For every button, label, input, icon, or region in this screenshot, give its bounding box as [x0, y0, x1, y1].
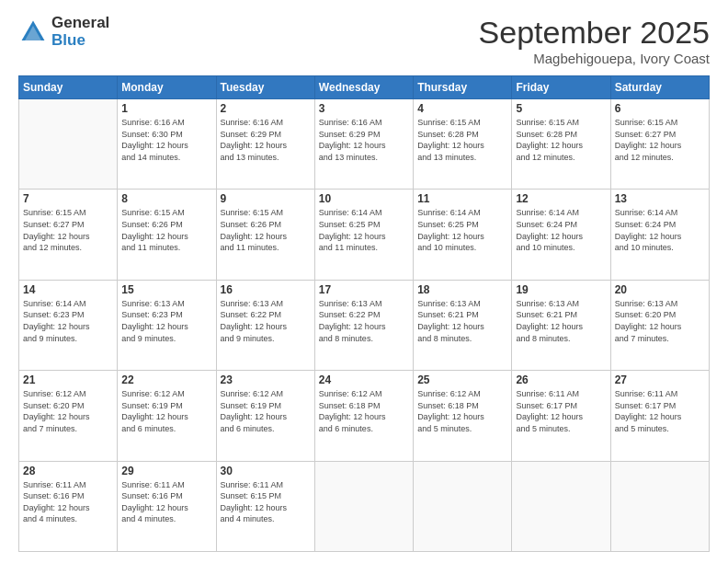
calendar-cell: 16Sunrise: 6:13 AM Sunset: 6:22 PM Dayli… — [216, 280, 314, 370]
calendar-cell: 11Sunrise: 6:14 AM Sunset: 6:25 PM Dayli… — [414, 190, 512, 280]
day-info: Sunrise: 6:16 AM Sunset: 6:29 PM Dayligh… — [221, 117, 311, 163]
calendar-cell: 19Sunrise: 6:13 AM Sunset: 6:21 PM Dayli… — [512, 280, 610, 370]
calendar-week-row: 14Sunrise: 6:14 AM Sunset: 6:23 PM Dayli… — [19, 280, 710, 370]
calendar-cell — [19, 99, 118, 190]
calendar-cell: 3Sunrise: 6:16 AM Sunset: 6:29 PM Daylig… — [314, 99, 413, 190]
day-number: 1 — [121, 102, 211, 115]
calendar-week-row: 1Sunrise: 6:16 AM Sunset: 6:30 PM Daylig… — [19, 99, 710, 190]
weekday-header: Saturday — [610, 76, 709, 99]
weekday-header: Friday — [512, 76, 610, 99]
calendar-cell: 5Sunrise: 6:15 AM Sunset: 6:28 PM Daylig… — [512, 99, 610, 190]
day-number: 11 — [417, 192, 507, 205]
day-number: 4 — [417, 102, 507, 115]
day-info: Sunrise: 6:12 AM Sunset: 6:19 PM Dayligh… — [221, 388, 311, 434]
day-number: 19 — [516, 283, 606, 296]
day-number: 22 — [121, 373, 211, 386]
day-info: Sunrise: 6:12 AM Sunset: 6:19 PM Dayligh… — [121, 388, 211, 434]
calendar-cell: 15Sunrise: 6:13 AM Sunset: 6:23 PM Dayli… — [118, 280, 216, 370]
day-info: Sunrise: 6:12 AM Sunset: 6:18 PM Dayligh… — [417, 388, 507, 434]
day-number: 24 — [319, 373, 409, 386]
day-number: 16 — [221, 283, 311, 296]
calendar-cell: 1Sunrise: 6:16 AM Sunset: 6:30 PM Daylig… — [118, 99, 216, 190]
logo-text: General Blue — [51, 15, 109, 49]
logo-general: General — [51, 15, 109, 32]
day-info: Sunrise: 6:16 AM Sunset: 6:30 PM Dayligh… — [121, 117, 211, 163]
calendar-cell: 13Sunrise: 6:14 AM Sunset: 6:24 PM Dayli… — [610, 190, 709, 280]
calendar-cell: 6Sunrise: 6:15 AM Sunset: 6:27 PM Daylig… — [610, 99, 709, 190]
weekday-header: Sunday — [19, 76, 118, 99]
logo-icon — [18, 17, 48, 47]
weekday-header: Tuesday — [216, 76, 314, 99]
calendar-cell: 7Sunrise: 6:15 AM Sunset: 6:27 PM Daylig… — [19, 190, 118, 280]
day-number: 8 — [121, 192, 211, 205]
day-number: 9 — [221, 192, 311, 205]
page: General Blue September 2025 Magbehigouep… — [0, 0, 728, 563]
calendar-cell — [414, 461, 512, 551]
day-number: 12 — [516, 192, 606, 205]
day-info: Sunrise: 6:14 AM Sunset: 6:25 PM Dayligh… — [319, 207, 409, 253]
day-number: 28 — [23, 465, 113, 477]
calendar-cell: 29Sunrise: 6:11 AM Sunset: 6:16 PM Dayli… — [118, 461, 216, 551]
day-number: 17 — [319, 283, 409, 296]
calendar-cell: 8Sunrise: 6:15 AM Sunset: 6:26 PM Daylig… — [118, 190, 216, 280]
calendar-cell: 28Sunrise: 6:11 AM Sunset: 6:16 PM Dayli… — [19, 461, 118, 551]
calendar-cell: 9Sunrise: 6:15 AM Sunset: 6:26 PM Daylig… — [216, 190, 314, 280]
day-number: 7 — [23, 192, 113, 205]
day-info: Sunrise: 6:16 AM Sunset: 6:29 PM Dayligh… — [319, 117, 409, 163]
calendar-week-row: 7Sunrise: 6:15 AM Sunset: 6:27 PM Daylig… — [19, 190, 710, 280]
day-info: Sunrise: 6:14 AM Sunset: 6:25 PM Dayligh… — [417, 207, 507, 253]
calendar-table: SundayMondayTuesdayWednesdayThursdayFrid… — [18, 75, 710, 552]
day-number: 18 — [417, 283, 507, 296]
calendar-cell — [314, 461, 413, 551]
day-number: 29 — [121, 465, 211, 477]
day-number: 26 — [516, 373, 606, 386]
day-info: Sunrise: 6:15 AM Sunset: 6:28 PM Dayligh… — [417, 117, 507, 163]
calendar-cell: 30Sunrise: 6:11 AM Sunset: 6:15 PM Dayli… — [216, 461, 314, 551]
calendar-cell: 2Sunrise: 6:16 AM Sunset: 6:29 PM Daylig… — [216, 99, 314, 190]
day-info: Sunrise: 6:11 AM Sunset: 6:16 PM Dayligh… — [121, 479, 211, 525]
day-number: 3 — [319, 102, 409, 115]
logo: General Blue — [18, 15, 109, 49]
day-info: Sunrise: 6:14 AM Sunset: 6:24 PM Dayligh… — [516, 207, 606, 253]
day-info: Sunrise: 6:15 AM Sunset: 6:28 PM Dayligh… — [516, 117, 606, 163]
calendar-cell: 25Sunrise: 6:12 AM Sunset: 6:18 PM Dayli… — [414, 371, 512, 461]
calendar-week-row: 21Sunrise: 6:12 AM Sunset: 6:20 PM Dayli… — [19, 371, 710, 461]
day-number: 23 — [221, 373, 311, 386]
day-info: Sunrise: 6:11 AM Sunset: 6:17 PM Dayligh… — [516, 388, 606, 434]
day-number: 21 — [23, 373, 113, 386]
day-number: 20 — [615, 283, 705, 296]
header: General Blue September 2025 Magbehigouep… — [18, 15, 710, 66]
calendar-cell: 14Sunrise: 6:14 AM Sunset: 6:23 PM Dayli… — [19, 280, 118, 370]
calendar-cell: 12Sunrise: 6:14 AM Sunset: 6:24 PM Dayli… — [512, 190, 610, 280]
weekday-header: Thursday — [414, 76, 512, 99]
day-number: 6 — [615, 102, 705, 115]
calendar-cell: 23Sunrise: 6:12 AM Sunset: 6:19 PM Dayli… — [216, 371, 314, 461]
day-number: 30 — [221, 465, 311, 477]
day-info: Sunrise: 6:11 AM Sunset: 6:17 PM Dayligh… — [615, 388, 705, 434]
calendar-cell: 26Sunrise: 6:11 AM Sunset: 6:17 PM Dayli… — [512, 371, 610, 461]
day-number: 25 — [417, 373, 507, 386]
day-info: Sunrise: 6:15 AM Sunset: 6:27 PM Dayligh… — [23, 207, 113, 253]
day-number: 15 — [121, 283, 211, 296]
day-info: Sunrise: 6:12 AM Sunset: 6:20 PM Dayligh… — [23, 388, 113, 434]
calendar-cell: 18Sunrise: 6:13 AM Sunset: 6:21 PM Dayli… — [414, 280, 512, 370]
calendar-cell: 27Sunrise: 6:11 AM Sunset: 6:17 PM Dayli… — [610, 371, 709, 461]
calendar-week-row: 28Sunrise: 6:11 AM Sunset: 6:16 PM Dayli… — [19, 461, 710, 551]
logo-blue: Blue — [51, 32, 109, 50]
day-number: 27 — [615, 373, 705, 386]
calendar-header-row: SundayMondayTuesdayWednesdayThursdayFrid… — [19, 76, 710, 99]
day-info: Sunrise: 6:15 AM Sunset: 6:27 PM Dayligh… — [615, 117, 705, 163]
calendar-cell: 10Sunrise: 6:14 AM Sunset: 6:25 PM Dayli… — [314, 190, 413, 280]
calendar-cell: 4Sunrise: 6:15 AM Sunset: 6:28 PM Daylig… — [414, 99, 512, 190]
day-info: Sunrise: 6:12 AM Sunset: 6:18 PM Dayligh… — [319, 388, 409, 434]
calendar-cell — [610, 461, 709, 551]
calendar-cell: 21Sunrise: 6:12 AM Sunset: 6:20 PM Dayli… — [19, 371, 118, 461]
day-info: Sunrise: 6:11 AM Sunset: 6:16 PM Dayligh… — [23, 479, 113, 525]
calendar-cell: 22Sunrise: 6:12 AM Sunset: 6:19 PM Dayli… — [118, 371, 216, 461]
weekday-header: Monday — [118, 76, 216, 99]
title-block: September 2025 Magbehigouepa, Ivory Coas… — [479, 15, 710, 66]
day-info: Sunrise: 6:13 AM Sunset: 6:21 PM Dayligh… — [417, 298, 507, 344]
weekday-header: Wednesday — [314, 76, 413, 99]
day-info: Sunrise: 6:14 AM Sunset: 6:24 PM Dayligh… — [615, 207, 705, 253]
day-info: Sunrise: 6:13 AM Sunset: 6:20 PM Dayligh… — [615, 298, 705, 344]
